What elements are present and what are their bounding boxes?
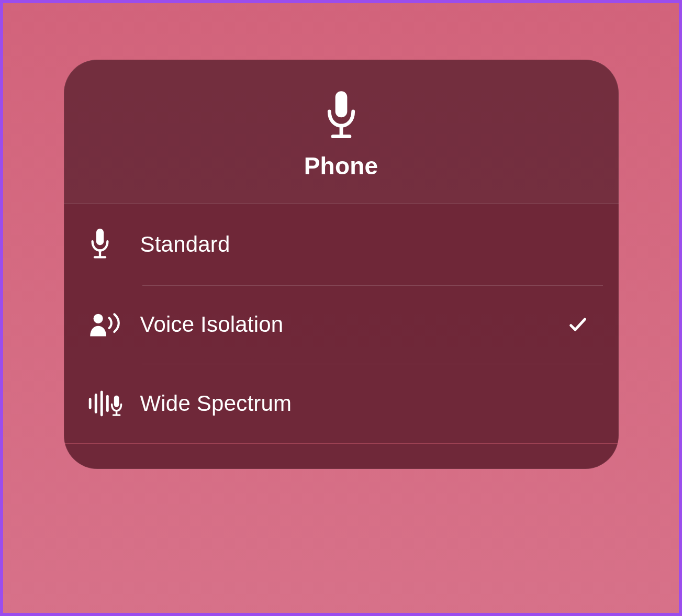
option-standard[interactable]: Standard bbox=[80, 204, 603, 285]
option-label: Wide Spectrum bbox=[140, 391, 565, 416]
panel-title: Phone bbox=[304, 152, 378, 180]
panel-footer-spacer bbox=[64, 444, 619, 469]
svg-rect-11 bbox=[114, 396, 119, 407]
svg-point-6 bbox=[93, 314, 103, 323]
panel-header: Phone bbox=[64, 60, 619, 204]
option-wide-spectrum[interactable]: Wide Spectrum bbox=[80, 364, 603, 443]
microphone-icon bbox=[322, 90, 361, 142]
voice-isolation-icon bbox=[88, 309, 140, 340]
checkmark-icon bbox=[565, 314, 590, 335]
microphone-icon bbox=[88, 228, 140, 261]
option-label: Voice Isolation bbox=[140, 312, 565, 337]
option-voice-isolation[interactable]: Voice Isolation bbox=[80, 285, 603, 364]
mic-mode-panel: Phone Standard bbox=[64, 60, 619, 469]
wide-spectrum-icon bbox=[88, 388, 140, 419]
mic-mode-options: Standard Voice Isolation bbox=[64, 204, 619, 443]
svg-rect-3 bbox=[96, 229, 103, 245]
option-label: Standard bbox=[140, 232, 565, 257]
svg-rect-0 bbox=[335, 91, 347, 117]
